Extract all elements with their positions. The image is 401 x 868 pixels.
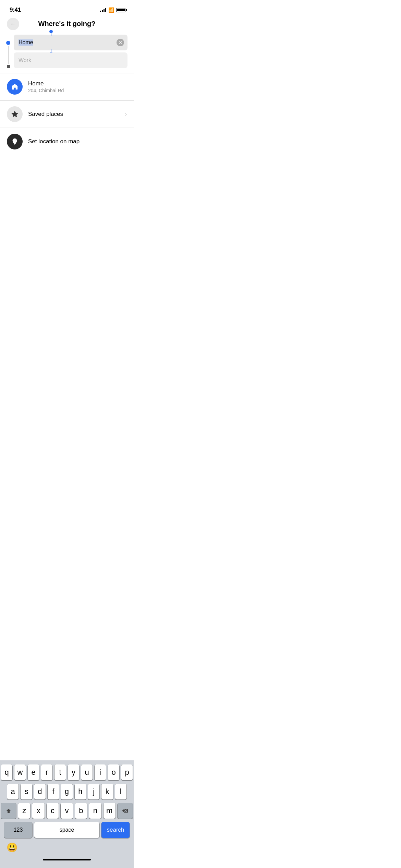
status-icons: 📶 [100, 7, 125, 13]
pin-icon [11, 138, 19, 145]
battery-icon [116, 8, 125, 12]
status-time: 9:41 [10, 7, 21, 13]
route-inputs-container: Home ✕ Work [0, 32, 134, 73]
selection-handle-bottom [51, 49, 51, 52]
map-icon-circle [7, 134, 23, 149]
wifi-icon: 📶 [108, 7, 114, 13]
suggestions-list: Home 204, Chimbai Rd Saved places › Set … [0, 73, 134, 155]
origin-dot [6, 41, 10, 45]
destination-dot [7, 65, 10, 68]
list-item-home[interactable]: Home 204, Chimbai Rd [0, 73, 134, 100]
home-icon [11, 83, 19, 91]
home-item-title: Home [28, 80, 127, 87]
home-item-subtitle: 204, Chimbai Rd [28, 88, 127, 93]
selection-handle-top [51, 33, 51, 36]
status-bar: 9:41 📶 [0, 0, 134, 17]
set-location-title: Set location on map [28, 138, 127, 145]
list-item-set-location[interactable]: Set location on map [0, 128, 134, 155]
home-icon-circle [7, 79, 23, 95]
signal-icon [100, 8, 106, 12]
origin-input[interactable]: Home ✕ [14, 35, 127, 50]
page-header: ← Where's it going? [0, 17, 134, 32]
keyboard-spacer [0, 155, 134, 244]
clear-origin-button[interactable]: ✕ [117, 39, 124, 46]
saved-places-chevron: › [125, 111, 127, 117]
back-arrow-icon[interactable]: ← [7, 18, 19, 30]
saved-icon-circle [7, 106, 23, 122]
list-item-saved-places[interactable]: Saved places › [0, 101, 134, 128]
saved-places-title: Saved places [28, 111, 120, 118]
star-icon [11, 110, 19, 118]
destination-placeholder: Work [19, 57, 31, 63]
destination-input[interactable]: Work [14, 52, 127, 68]
route-dots [6, 35, 10, 68]
route-line [8, 46, 9, 64]
page-title: Where's it going? [38, 20, 96, 28]
route-fields: Home ✕ Work [14, 35, 127, 68]
home-item-text: Home 204, Chimbai Rd [28, 80, 127, 93]
back-button[interactable]: ← [7, 18, 19, 30]
set-location-text: Set location on map [28, 138, 127, 145]
saved-places-text: Saved places [28, 111, 120, 118]
origin-selected-text: Home [19, 39, 33, 46]
